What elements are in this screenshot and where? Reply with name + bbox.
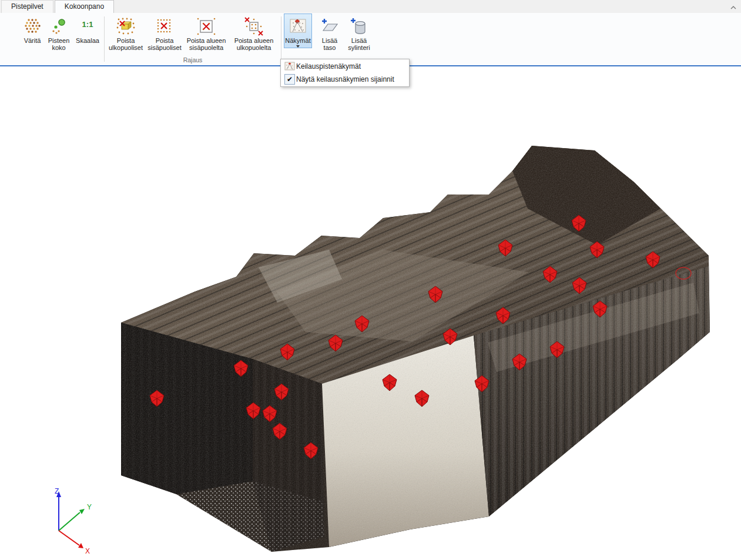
tab-kokoonpano[interactable]: Kokoonpano [55,0,114,13]
menu-item-show-scan-positions[interactable]: ✔ Näytä keilausnäkymien sijainnit [281,73,409,86]
square-red-x-outside-icon [244,16,264,37]
colorize-icon [22,16,42,37]
views-button[interactable]: Näkymät [284,14,312,48]
application-window: Pistepilvet Kokoonpano [0,0,741,560]
one-to-one-icon: 1:1 [78,16,98,37]
views-label: Näkymät [285,37,310,44]
point-size-button[interactable]: Pisteen koko [45,14,72,52]
remove-area-outside-button[interactable]: Poista alueen ulkopuolelta [229,14,279,52]
menu-item-label: Keilauspistenäkymät [296,62,361,71]
colorize-button[interactable]: Väritä [21,14,44,45]
tab-pistepilvet[interactable]: Pistepilvet [1,0,53,13]
axis-triad: Z Y X [46,487,99,555]
ribbon-group-rajaus: Poista ulkopuoliset [106,13,279,65]
ribbon-group-views: Näkymät [283,13,313,65]
add-cylinder-button[interactable]: Lisää sylinteri [344,14,374,52]
remove-outside-label: Poista ulkopuoliset [108,37,143,51]
dotted-square-red-x-icon [155,16,175,37]
y-axis-label: Y [87,503,92,511]
square-red-x-inside-icon [196,16,216,37]
box-with-red-x-dots-icon [116,16,136,37]
scan-view-icon [283,62,296,71]
y-axis-arrow [79,509,85,514]
ribbon-group-add: Lisää taso Lisää sylinteri [316,13,375,65]
remove-area-outside-label: Poista alueen ulkopuolelta [230,37,277,51]
svg-text:1:1: 1:1 [82,20,93,29]
add-plane-button[interactable]: Lisää taso [317,14,343,52]
ribbon-collapse-icon[interactable] [729,3,737,10]
menu-item-scan-point-views[interactable]: Keilauspistenäkymät [281,60,409,73]
scale-label: Skaalaa [76,37,99,44]
x-axis-line [59,531,79,545]
point-size-label: Pisteen koko [46,37,71,51]
remove-inside-button[interactable]: Poista sisäpuoliset [146,14,183,52]
remove-inside-label: Poista sisäpuoliset [147,37,182,51]
remove-area-inside-label: Poista alueen sisäpuolelta [186,37,227,51]
add-plane-label: Lisää taso [318,37,341,51]
y-axis-line [59,512,80,531]
plane-plus-icon [320,16,340,37]
ribbon-group-points: Väritä Pisteen koko 1:1 [20,13,102,65]
checkmark-icon: ✔ [283,74,296,85]
viewport-canvas[interactable]: Z Y X [0,66,741,560]
point-cloud-scene[interactable] [0,66,741,560]
z-axis-label: Z [55,487,59,495]
views-menu: Keilauspistenäkymät ✔ Näytä keilausnäkym… [280,59,410,87]
scan-view-icon [289,16,307,37]
ribbon-separator [104,16,105,62]
cylinder-plus-icon [349,16,369,37]
ribbon-separator [281,16,281,62]
ribbon-tab-bar: Pistepilvet Kokoonpano [0,0,741,13]
menu-item-label: Näytä keilausnäkymien sijainnit [296,75,394,83]
remove-outside-button[interactable]: Poista ulkopuoliset [107,14,145,52]
point-cloud-building [0,66,741,560]
chevron-down-icon [296,45,300,48]
group-label-empty [20,56,102,65]
point-size-icon [49,16,69,37]
group-label-rajaus: Rajaus [106,56,279,65]
scale-button[interactable]: 1:1 Skaalaa [73,14,102,45]
add-cylinder-label: Lisää sylinteri [345,37,373,51]
remove-area-inside-button[interactable]: Poista alueen sisäpuolelta [185,14,228,52]
x-axis-label: X [85,547,90,555]
colorize-label: Väritä [24,37,41,44]
